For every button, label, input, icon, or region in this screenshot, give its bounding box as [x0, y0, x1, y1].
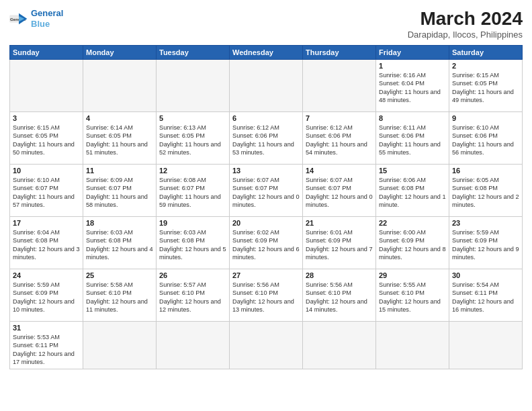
- day-info: Sunrise: 6:03 AMSunset: 6:08 PMDaylight:…: [86, 228, 153, 262]
- calendar-cell: 21Sunrise: 6:01 AMSunset: 6:09 PMDayligh…: [303, 217, 376, 269]
- calendar-cell: 8Sunrise: 6:11 AMSunset: 6:06 PMDaylight…: [376, 112, 449, 165]
- day-number: 21: [306, 219, 373, 227]
- calendar-cell: 15Sunrise: 6:06 AMSunset: 6:08 PMDayligh…: [376, 165, 449, 217]
- day-number: 25: [86, 271, 153, 279]
- calendar-cell: 25Sunrise: 5:58 AMSunset: 6:10 PMDayligh…: [83, 269, 157, 322]
- calendar-cell: 17Sunrise: 6:04 AMSunset: 6:08 PMDayligh…: [10, 217, 83, 269]
- calendar-cell: 26Sunrise: 5:57 AMSunset: 6:10 PMDayligh…: [157, 269, 230, 322]
- day-number: 13: [232, 167, 300, 175]
- day-number: 29: [379, 271, 446, 279]
- weekday-header-sunday: Sunday: [10, 46, 83, 60]
- logo: General GeneralBlue: [9, 8, 63, 29]
- day-info: Sunrise: 6:12 AMSunset: 6:06 PMDaylight:…: [232, 124, 300, 157]
- logo-text: GeneralBlue: [31, 8, 63, 29]
- day-info: Sunrise: 6:16 AMSunset: 6:04 PMDaylight:…: [379, 71, 446, 105]
- calendar-cell: 1Sunrise: 6:16 AMSunset: 6:04 PMDaylight…: [376, 60, 449, 112]
- day-info: Sunrise: 6:02 AMSunset: 6:09 PMDaylight:…: [232, 228, 300, 262]
- day-number: 10: [13, 167, 80, 175]
- calendar-cell: [376, 322, 449, 369]
- week-row-5: 31Sunrise: 5:53 AMSunset: 6:11 PMDayligh…: [10, 322, 523, 369]
- day-info: Sunrise: 6:15 AMSunset: 6:05 PMDaylight:…: [452, 71, 519, 105]
- calendar-cell: 18Sunrise: 6:03 AMSunset: 6:08 PMDayligh…: [83, 217, 157, 269]
- calendar-cell: 12Sunrise: 6:08 AMSunset: 6:07 PMDayligh…: [157, 165, 230, 217]
- day-info: Sunrise: 6:09 AMSunset: 6:07 PMDaylight:…: [86, 176, 153, 210]
- week-row-3: 17Sunrise: 6:04 AMSunset: 6:08 PMDayligh…: [10, 217, 523, 269]
- week-row-4: 24Sunrise: 5:59 AMSunset: 6:09 PMDayligh…: [10, 269, 523, 322]
- day-info: Sunrise: 5:58 AMSunset: 6:10 PMDaylight:…: [86, 281, 153, 314]
- day-info: Sunrise: 6:13 AMSunset: 6:05 PMDaylight:…: [159, 124, 226, 157]
- day-number: 5: [159, 114, 226, 122]
- calendar-cell: 23Sunrise: 5:59 AMSunset: 6:09 PMDayligh…: [449, 217, 523, 269]
- calendar-table: SundayMondayTuesdayWednesdayThursdayFrid…: [9, 45, 523, 369]
- day-number: 20: [232, 219, 300, 227]
- calendar-cell: 2Sunrise: 6:15 AMSunset: 6:05 PMDaylight…: [449, 60, 523, 112]
- day-info: Sunrise: 5:53 AMSunset: 6:11 PMDaylight:…: [13, 333, 80, 367]
- calendar-cell: 13Sunrise: 6:07 AMSunset: 6:07 PMDayligh…: [230, 165, 303, 217]
- day-number: 31: [13, 324, 80, 332]
- calendar-cell: 9Sunrise: 6:10 AMSunset: 6:06 PMDaylight…: [449, 112, 523, 165]
- day-info: Sunrise: 6:10 AMSunset: 6:07 PMDaylight:…: [13, 176, 80, 210]
- calendar-cell: 3Sunrise: 6:15 AMSunset: 6:05 PMDaylight…: [10, 112, 83, 165]
- day-number: 24: [13, 271, 80, 279]
- day-info: Sunrise: 6:03 AMSunset: 6:08 PMDaylight:…: [159, 228, 226, 262]
- calendar-cell: [83, 322, 157, 369]
- calendar-cell: 22Sunrise: 6:00 AMSunset: 6:09 PMDayligh…: [376, 217, 449, 269]
- week-row-2: 10Sunrise: 6:10 AMSunset: 6:07 PMDayligh…: [10, 165, 523, 217]
- day-number: 9: [452, 114, 519, 122]
- day-number: 12: [159, 167, 226, 175]
- calendar-cell: 11Sunrise: 6:09 AMSunset: 6:07 PMDayligh…: [83, 165, 157, 217]
- day-info: Sunrise: 5:59 AMSunset: 6:09 PMDaylight:…: [452, 228, 519, 262]
- calendar-cell: [157, 322, 230, 369]
- day-number: 1: [379, 62, 446, 70]
- calendar-cell: [303, 322, 376, 369]
- weekday-header-saturday: Saturday: [449, 46, 523, 60]
- day-number: 26: [159, 271, 226, 279]
- day-info: Sunrise: 6:10 AMSunset: 6:06 PMDaylight:…: [452, 124, 519, 157]
- calendar-cell: 4Sunrise: 6:14 AMSunset: 6:05 PMDaylight…: [83, 112, 157, 165]
- day-number: 17: [13, 219, 80, 227]
- day-number: 19: [159, 219, 226, 227]
- calendar-cell: 6Sunrise: 6:12 AMSunset: 6:06 PMDaylight…: [230, 112, 303, 165]
- day-number: 6: [232, 114, 300, 122]
- day-info: Sunrise: 5:57 AMSunset: 6:10 PMDaylight:…: [159, 281, 226, 314]
- calendar-cell: 19Sunrise: 6:03 AMSunset: 6:08 PMDayligh…: [157, 217, 230, 269]
- day-number: 28: [306, 271, 373, 279]
- day-info: Sunrise: 6:07 AMSunset: 6:07 PMDaylight:…: [306, 176, 373, 210]
- calendar-cell: 7Sunrise: 6:12 AMSunset: 6:06 PMDaylight…: [303, 112, 376, 165]
- day-number: 22: [379, 219, 446, 227]
- calendar-cell: 29Sunrise: 5:55 AMSunset: 6:10 PMDayligh…: [376, 269, 449, 322]
- day-info: Sunrise: 5:55 AMSunset: 6:10 PMDaylight:…: [379, 281, 446, 314]
- day-info: Sunrise: 6:08 AMSunset: 6:07 PMDaylight:…: [159, 176, 226, 210]
- day-info: Sunrise: 6:01 AMSunset: 6:09 PMDaylight:…: [306, 228, 373, 262]
- calendar-cell: 20Sunrise: 6:02 AMSunset: 6:09 PMDayligh…: [230, 217, 303, 269]
- day-number: 4: [86, 114, 153, 122]
- calendar-cell: [230, 60, 303, 112]
- calendar-cell: 27Sunrise: 5:56 AMSunset: 6:10 PMDayligh…: [230, 269, 303, 322]
- day-number: 11: [86, 167, 153, 175]
- day-number: 30: [452, 271, 519, 279]
- calendar-cell: [449, 322, 523, 369]
- calendar-cell: [303, 60, 376, 112]
- calendar-cell: 24Sunrise: 5:59 AMSunset: 6:09 PMDayligh…: [10, 269, 83, 322]
- page-header: General GeneralBlue March 2024 Darapidap…: [9, 8, 523, 40]
- title-block: March 2024 Darapidap, Ilocos, Philippine…: [408, 8, 523, 40]
- month-year: March 2024: [408, 8, 523, 30]
- weekday-header-friday: Friday: [376, 46, 449, 60]
- calendar-cell: 5Sunrise: 6:13 AMSunset: 6:05 PMDaylight…: [157, 112, 230, 165]
- weekday-header-monday: Monday: [83, 46, 157, 60]
- calendar-cell: [230, 322, 303, 369]
- day-info: Sunrise: 6:07 AMSunset: 6:07 PMDaylight:…: [232, 176, 300, 210]
- day-info: Sunrise: 5:56 AMSunset: 6:10 PMDaylight:…: [306, 281, 373, 314]
- day-number: 18: [86, 219, 153, 227]
- weekday-header-tuesday: Tuesday: [157, 46, 230, 60]
- calendar-cell: [157, 60, 230, 112]
- day-number: 7: [306, 114, 373, 122]
- weekday-header-row: SundayMondayTuesdayWednesdayThursdayFrid…: [10, 46, 523, 60]
- location: Darapidap, Ilocos, Philippines: [408, 30, 523, 40]
- day-info: Sunrise: 6:11 AMSunset: 6:06 PMDaylight:…: [379, 124, 446, 157]
- day-info: Sunrise: 6:05 AMSunset: 6:08 PMDaylight:…: [452, 176, 519, 210]
- day-number: 14: [306, 167, 373, 175]
- day-info: Sunrise: 5:56 AMSunset: 6:10 PMDaylight:…: [232, 281, 300, 314]
- day-number: 15: [379, 167, 446, 175]
- day-number: 16: [452, 167, 519, 175]
